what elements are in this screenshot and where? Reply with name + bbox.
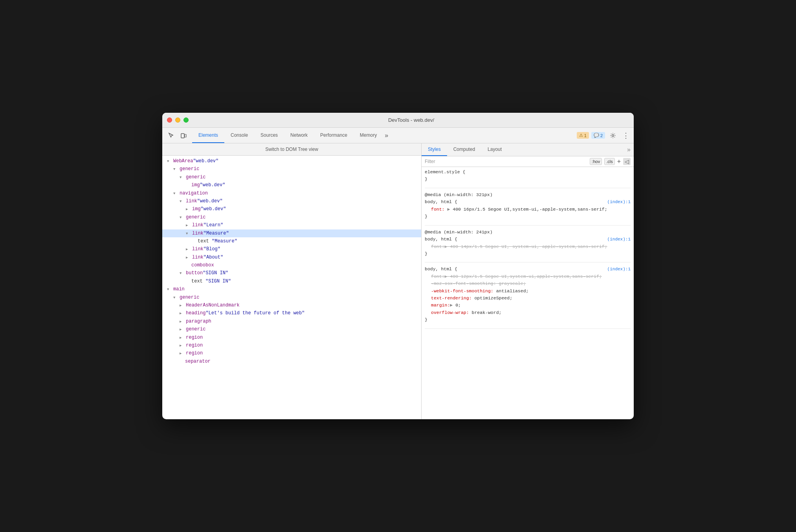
tab-sources[interactable]: Sources	[254, 128, 284, 143]
node-name: heading	[186, 309, 205, 317]
tab-elements[interactable]: Elements	[192, 128, 224, 143]
settings-button[interactable]	[607, 130, 618, 141]
filter-close-button[interactable]: ◁	[623, 158, 631, 165]
rule-property-row: font:▶ 400 14px/1.5 Segoe UI, system-ui,…	[425, 243, 631, 250]
node-name: region	[186, 334, 203, 341]
tab-styles[interactable]: Styles	[422, 143, 447, 156]
expand-icon[interactable]: ▶	[180, 335, 185, 341]
prop-name: overflow-wrap:	[431, 310, 469, 315]
tree-row[interactable]: ▶link "About"	[162, 253, 421, 261]
message-badge[interactable]: 💬 2	[591, 132, 605, 139]
expand-icon[interactable]: ▼	[173, 295, 179, 301]
rule-source[interactable]: (index):1	[607, 199, 631, 206]
tab-memory[interactable]: Memory	[354, 128, 383, 143]
prop-name: -moz-osx-font-smoothing:	[431, 281, 496, 286]
dom-switch-bar[interactable]: Switch to DOM Tree view	[162, 143, 421, 156]
expand-icon[interactable]: ▶	[180, 319, 185, 325]
tree-row[interactable]: ▶paragraph	[162, 317, 421, 325]
expand-icon[interactable]: ▼	[180, 199, 185, 205]
expand-triangle[interactable]: ▶	[445, 244, 450, 249]
filter-add-button[interactable]: +	[617, 158, 621, 165]
rule-source[interactable]: (index):1	[607, 266, 631, 273]
tree-row[interactable]: ▼generic	[162, 173, 421, 181]
expand-triangle[interactable]: ▶	[445, 274, 450, 279]
styles-filter-input[interactable]	[425, 159, 587, 164]
minimize-button[interactable]	[175, 117, 180, 123]
tree-row[interactable]: ▼button "SIGN IN"	[162, 269, 421, 277]
node-name: link	[192, 221, 204, 229]
tree-row[interactable]: ▶HeaderAsNonLandmark	[162, 301, 421, 309]
prop-name: font:	[431, 244, 445, 249]
expand-icon[interactable]: ▼	[180, 215, 185, 221]
expand-icon[interactable]: ▼	[180, 175, 185, 181]
tree-row[interactable]: ▶region	[162, 349, 421, 357]
tree-row[interactable]: ▼main	[162, 285, 421, 293]
expand-icon[interactable]: ▼	[173, 191, 179, 197]
expand-icon[interactable]: ▶	[180, 351, 185, 357]
tree-row[interactable]: ▼WebArea "web.dev"	[162, 157, 421, 165]
styles-tabs-overflow[interactable]: »	[624, 143, 634, 156]
expand-icon[interactable]: ▼	[186, 231, 191, 237]
expand-icon[interactable]: ▶	[186, 247, 191, 253]
rule-header: body, html {(index):1	[425, 198, 631, 206]
warning-badge[interactable]: ⚠ 1	[577, 132, 589, 139]
tree-row[interactable]: text "SIGN IN"	[162, 277, 421, 285]
expand-triangle[interactable]: ▶	[445, 207, 453, 212]
dom-tree[interactable]: ▼WebArea "web.dev"▼generic▼genericimg "w…	[162, 156, 421, 419]
tree-row[interactable]: ▼link "Measure"	[162, 229, 421, 237]
tree-row[interactable]: ▼generic	[162, 294, 421, 301]
prop-value: 0;	[455, 303, 461, 308]
rule-selector: body, html {	[425, 236, 457, 243]
tree-row[interactable]: ▼generic	[162, 213, 421, 221]
device-toolbar-button[interactable]	[178, 130, 189, 141]
node-attr: "web.dev"	[200, 181, 226, 189]
tree-row[interactable]: ▶link "Blog"	[162, 245, 421, 253]
toolbar-left	[162, 128, 192, 143]
tabs-overflow-button[interactable]: »	[383, 128, 390, 143]
expand-icon[interactable]: ▼	[167, 287, 172, 293]
tree-row[interactable]: text "Measure"	[162, 237, 421, 245]
tab-computed[interactable]: Computed	[447, 143, 481, 156]
expand-icon[interactable]: ▶	[180, 327, 185, 333]
close-button[interactable]	[167, 117, 172, 123]
rule-source[interactable]: (index):1	[607, 236, 631, 243]
tree-row[interactable]: ▼link "web.dev"	[162, 197, 421, 205]
expand-icon[interactable]: ▼	[180, 271, 185, 277]
tab-layout[interactable]: Layout	[481, 143, 508, 156]
tab-performance[interactable]: Performance	[314, 128, 354, 143]
filter-cls-button[interactable]: .cls	[604, 158, 615, 165]
tree-row[interactable]: ▶heading "Let's build the future of the …	[162, 309, 421, 317]
tree-row[interactable]: combobox	[162, 261, 421, 269]
prop-value: optimizeSpeed;	[472, 295, 513, 301]
inspect-button[interactable]	[165, 130, 176, 141]
tab-network[interactable]: Network	[284, 128, 314, 143]
expand-icon[interactable]: ▶	[180, 311, 185, 317]
tab-console[interactable]: Console	[224, 128, 254, 143]
tree-row[interactable]: ▶generic	[162, 325, 421, 333]
maximize-button[interactable]	[183, 117, 189, 123]
expand-icon[interactable]: ▶	[180, 343, 185, 349]
tree-row[interactable]: img "web.dev"	[162, 181, 421, 189]
expand-icon[interactable]: ▶	[186, 255, 191, 261]
tree-row[interactable]: ▼navigation	[162, 189, 421, 197]
expand-icon[interactable]: ▶	[186, 207, 191, 213]
rule-closing: }	[425, 213, 631, 220]
more-options-button[interactable]: ⋮	[621, 131, 631, 140]
window-title: DevTools - web.dev/	[193, 117, 629, 123]
rule-selector: element.style {	[425, 169, 466, 176]
tree-row[interactable]: ▶region	[162, 341, 421, 349]
expand-icon[interactable]: ▶	[186, 223, 191, 229]
expand-triangle[interactable]: ▶	[450, 303, 455, 308]
message-count: 2	[600, 133, 603, 138]
tree-row[interactable]: ▶img "web.dev"	[162, 205, 421, 213]
style-rule: @media (min-width: 241px)body, html {(in…	[425, 229, 631, 258]
tree-row[interactable]: ▶region	[162, 334, 421, 341]
tree-row[interactable]: ▶link "Learn"	[162, 221, 421, 229]
expand-icon[interactable]: ▼	[173, 167, 179, 172]
tree-row[interactable]: separator	[162, 358, 421, 365]
node-name: paragraph	[186, 317, 211, 325]
expand-icon[interactable]: ▼	[167, 159, 172, 165]
expand-icon[interactable]: ▶	[180, 303, 185, 309]
tree-row[interactable]: ▼generic	[162, 165, 421, 173]
filter-hov-button[interactable]: :hov	[590, 158, 602, 165]
